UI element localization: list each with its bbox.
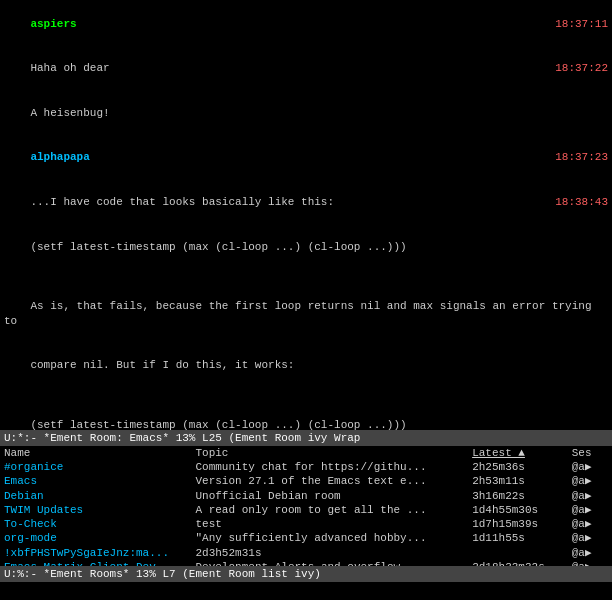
timestamp: 18:37:22 <box>555 61 608 76</box>
room-topic: Unofficial Debian room <box>191 489 468 503</box>
room-latest <box>468 546 568 560</box>
chat-line: As is, that fails, because the first loo… <box>4 284 608 343</box>
username: aspiers <box>30 18 76 30</box>
chat-line: 18:37:22Haha oh dear <box>4 47 608 92</box>
rooms-table: Name Topic Latest ▲ Ses #organiceCommuni… <box>0 446 612 566</box>
table-row: #organiceCommunity chat for https://gith… <box>0 460 612 474</box>
room-ses: @a▶ <box>568 546 612 560</box>
room-topic: A read only room to get all the ... <box>191 503 468 517</box>
room-ses: @a▶ <box>568 503 612 517</box>
chat-area: 18:37:11aspiers 18:37:22Haha oh dear A h… <box>0 0 612 430</box>
room-latest: 1d4h55m30s <box>468 503 568 517</box>
room-name[interactable]: Debian <box>0 489 191 503</box>
mode-line-bottom: U:%:- *Ement Rooms* 13% L7 (Ement Room l… <box>0 566 612 582</box>
col-header-topic: Topic <box>191 446 468 460</box>
room-name[interactable]: Emacs Matrix Client Dev... <box>0 560 191 566</box>
table-header-row: Name Topic Latest ▲ Ses <box>0 446 612 460</box>
mode-line-bottom-text: U:%:- *Ement Rooms* 13% L7 (Ement Room l… <box>4 568 321 580</box>
room-topic: test <box>191 517 468 531</box>
chat-message: 18:37:11aspiers <box>4 2 608 47</box>
col-header-latest: Latest ▲ <box>468 446 568 460</box>
chat-message: 18:37:23alphapapa <box>4 136 608 181</box>
col-header-ses: Ses <box>568 446 612 460</box>
room-ses: @a▶ <box>568 489 612 503</box>
room-latest: 1d11h55s <box>468 531 568 545</box>
username: alphapapa <box>30 151 89 163</box>
table-row: To-Checktest1d7h15m39s@a▶ <box>0 517 612 531</box>
chat-line <box>4 269 608 284</box>
room-name[interactable]: Emacs <box>0 474 191 488</box>
room-latest: 1d7h15m39s <box>468 517 568 531</box>
room-latest: 3h16m22s <box>468 489 568 503</box>
rooms-area: Name Topic Latest ▲ Ses #organiceCommuni… <box>0 446 612 566</box>
chat-line: compare nil. But if I do this, it works: <box>4 343 608 388</box>
room-name[interactable]: !xbfPHSTwPySgaIeJnz:ma... <box>0 546 191 560</box>
chat-line: (setf latest-timestamp (max (cl-loop ...… <box>4 225 608 270</box>
mode-line-top: U:*:- *Ement Room: Emacs* 13% L25 (Ement… <box>0 430 612 446</box>
room-topic: 2d3h52m31s <box>191 546 468 560</box>
timestamp: 18:37:11 <box>555 17 608 32</box>
message-text: ...I have code that looks basically like… <box>30 196 334 208</box>
col-header-name: Name <box>0 446 191 460</box>
room-name[interactable]: TWIM Updates <box>0 503 191 517</box>
table-row: !xbfPHSTwPySgaIeJnz:ma...2d3h52m31s@a▶ <box>0 546 612 560</box>
room-name[interactable]: To-Check <box>0 517 191 531</box>
code-text: (setf latest-timestamp (max (cl-loop ...… <box>30 241 406 253</box>
chat-line: 18:38:43...I have code that looks basica… <box>4 180 608 225</box>
table-row: Emacs Matrix Client Dev...Development Al… <box>0 560 612 566</box>
code-text: (setf latest-timestamp (max (cl-loop ...… <box>30 419 406 430</box>
room-ses: @a▶ <box>568 460 612 474</box>
room-name[interactable]: org-mode <box>0 531 191 545</box>
message-text: As is, that fails, because the first loo… <box>4 300 598 327</box>
message-text: compare nil. But if I do this, it works: <box>30 359 294 371</box>
room-latest: 2h53m11s <box>468 474 568 488</box>
chat-line <box>4 388 608 403</box>
room-ses: @a▶ <box>568 531 612 545</box>
room-latest: 2h25m36s <box>468 460 568 474</box>
room-name[interactable]: #organice <box>0 460 191 474</box>
mode-line-top-text: U:*:- *Ement Room: Emacs* 13% L25 (Ement… <box>4 432 360 444</box>
room-topic: Version 27.1 of the Emacs text e... <box>191 474 468 488</box>
timestamp: 18:38:43 <box>555 195 608 210</box>
table-row: DebianUnofficial Debian room3h16m22s@a▶ <box>0 489 612 503</box>
room-ses: @a▶ <box>568 474 612 488</box>
room-topic: "Any sufficiently advanced hobby... <box>191 531 468 545</box>
table-row: org-mode"Any sufficiently advanced hobby… <box>0 531 612 545</box>
table-row: EmacsVersion 27.1 of the Emacs text e...… <box>0 474 612 488</box>
message-text: A heisenbug! <box>30 107 109 119</box>
table-row: TWIM UpdatesA read only room to get all … <box>0 503 612 517</box>
room-topic: Community chat for https://githu... <box>191 460 468 474</box>
timestamp: 18:37:23 <box>555 150 608 165</box>
chat-line: A heisenbug! <box>4 91 608 136</box>
chat-line: (setf latest-timestamp (max (cl-loop ...… <box>4 403 608 430</box>
room-ses: @a▶ <box>568 517 612 531</box>
message-text: Haha oh dear <box>30 62 109 74</box>
